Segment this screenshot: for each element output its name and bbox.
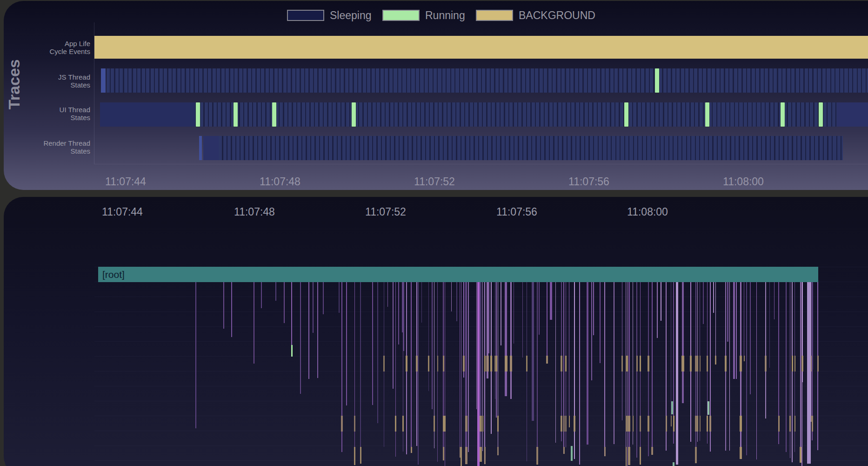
flame-background-frame[interactable] bbox=[443, 447, 445, 460]
track-ui-thread-states-seg0[interactable] bbox=[100, 102, 196, 127]
flame-background-frame[interactable] bbox=[395, 416, 396, 432]
flame-background-frame[interactable] bbox=[383, 356, 385, 371]
running-mark-ui-thread-states[interactable] bbox=[705, 102, 709, 127]
flame-background-frame[interactable] bbox=[482, 416, 484, 432]
flame-column[interactable] bbox=[539, 282, 540, 335]
flame-background-frame[interactable] bbox=[341, 416, 343, 432]
flame-column[interactable] bbox=[790, 282, 790, 458]
flame-background-frame[interactable] bbox=[695, 356, 697, 371]
flame-background-frame[interactable] bbox=[604, 447, 606, 456]
flame-column[interactable] bbox=[393, 282, 394, 389]
flame-column[interactable] bbox=[460, 282, 460, 458]
flame-background-frame[interactable] bbox=[633, 416, 634, 432]
track-ui-thread-states-seg2[interactable] bbox=[837, 102, 868, 127]
flame-background-frame[interactable] bbox=[484, 356, 486, 371]
flame-background-frame[interactable] bbox=[416, 356, 418, 371]
flame-background-frame[interactable] bbox=[563, 447, 565, 454]
flame-column[interactable] bbox=[484, 282, 485, 464]
flame-column[interactable] bbox=[555, 282, 556, 443]
flame-background-frame[interactable] bbox=[505, 356, 507, 371]
flame-column[interactable] bbox=[604, 282, 605, 456]
flame-background-frame[interactable] bbox=[486, 356, 489, 371]
flame-background-frame[interactable] bbox=[707, 356, 708, 371]
flame-column[interactable] bbox=[432, 282, 433, 409]
flame-column[interactable] bbox=[774, 282, 775, 319]
flame-background-frame[interactable] bbox=[744, 356, 745, 361]
flame-column[interactable] bbox=[317, 282, 318, 378]
flame-column[interactable] bbox=[418, 282, 419, 465]
flame-column[interactable] bbox=[532, 282, 534, 421]
flame-column[interactable] bbox=[313, 282, 314, 333]
flame-column[interactable] bbox=[593, 282, 594, 335]
flame-column[interactable] bbox=[736, 282, 737, 379]
flame-column[interactable] bbox=[626, 282, 626, 466]
flame-column[interactable] bbox=[695, 282, 696, 463]
flame-column[interactable] bbox=[792, 282, 793, 462]
flame-running-frame[interactable] bbox=[571, 446, 573, 461]
flame-column[interactable] bbox=[756, 282, 757, 459]
flame-background-frame[interactable] bbox=[640, 356, 641, 371]
flame-background-frame[interactable] bbox=[817, 356, 819, 371]
flame-column[interactable] bbox=[527, 282, 527, 461]
flame-running-frame[interactable] bbox=[673, 462, 674, 466]
flame-column[interactable] bbox=[600, 282, 601, 363]
flame-background-frame[interactable] bbox=[709, 416, 711, 432]
flame-column[interactable] bbox=[729, 282, 730, 451]
flame-background-frame[interactable] bbox=[444, 416, 446, 432]
flame-column[interactable] bbox=[727, 282, 728, 342]
flame-column[interactable] bbox=[346, 282, 347, 405]
flame-background-frame[interactable] bbox=[715, 356, 716, 365]
flamegraph-root-frame[interactable]: [root] bbox=[98, 267, 818, 282]
flame-column[interactable] bbox=[354, 282, 355, 465]
running-mark-ui-thread-states[interactable] bbox=[234, 102, 238, 127]
flame-column[interactable] bbox=[812, 282, 813, 370]
flame-column[interactable] bbox=[468, 282, 469, 452]
running-mark-ui-thread-states[interactable] bbox=[624, 102, 628, 127]
flame-background-frame[interactable] bbox=[463, 356, 465, 371]
flame-background-frame[interactable] bbox=[666, 416, 668, 432]
flame-background-frame[interactable] bbox=[700, 356, 701, 371]
flame-column[interactable] bbox=[574, 282, 575, 459]
flame-background-frame[interactable] bbox=[673, 416, 675, 432]
flame-column[interactable] bbox=[372, 282, 373, 405]
flame-column[interactable] bbox=[800, 282, 801, 463]
flame-column[interactable] bbox=[421, 282, 422, 323]
flame-background-frame[interactable] bbox=[671, 416, 672, 426]
running-mark-ui-thread-states[interactable] bbox=[196, 102, 200, 127]
running-mark-js-thread-states[interactable] bbox=[655, 68, 659, 93]
flame-column[interactable] bbox=[746, 282, 747, 455]
flame-column[interactable] bbox=[411, 282, 412, 453]
flame-running-frame[interactable] bbox=[291, 345, 293, 357]
flame-column[interactable] bbox=[733, 282, 735, 379]
flame-column[interactable] bbox=[339, 282, 340, 313]
flame-background-frame[interactable] bbox=[465, 416, 467, 432]
flame-background-frame[interactable] bbox=[640, 416, 641, 432]
flame-column[interactable] bbox=[765, 282, 766, 419]
flame-column[interactable] bbox=[501, 282, 501, 345]
flame-column[interactable] bbox=[703, 282, 704, 324]
running-mark-ui-thread-states[interactable] bbox=[352, 102, 356, 127]
flame-background-frame[interactable] bbox=[795, 416, 796, 432]
flame-column[interactable] bbox=[360, 282, 361, 464]
flame-column[interactable] bbox=[465, 282, 467, 464]
track-render-thread-states-seg0[interactable] bbox=[199, 136, 202, 160]
flame-column[interactable] bbox=[622, 282, 622, 420]
flame-background-frame[interactable] bbox=[434, 416, 435, 432]
flame-column[interactable] bbox=[195, 282, 196, 428]
flame-background-frame[interactable] bbox=[640, 447, 641, 465]
flame-background-frame[interactable] bbox=[697, 356, 698, 371]
flame-column[interactable] bbox=[652, 282, 653, 455]
flame-background-frame[interactable] bbox=[354, 416, 355, 432]
flame-column[interactable] bbox=[569, 282, 569, 427]
flame-background-frame[interactable] bbox=[690, 356, 692, 371]
flame-column[interactable] bbox=[676, 282, 678, 465]
flame-column[interactable] bbox=[547, 282, 548, 364]
running-mark-ui-thread-states[interactable] bbox=[272, 102, 276, 127]
flame-column[interactable] bbox=[769, 282, 770, 368]
flame-background-frame[interactable] bbox=[443, 356, 445, 371]
flame-background-frame[interactable] bbox=[490, 356, 492, 371]
flame-column[interactable] bbox=[510, 282, 512, 399]
flame-background-frame[interactable] bbox=[695, 447, 697, 463]
flame-background-frame[interactable] bbox=[648, 356, 649, 371]
flame-column[interactable] bbox=[480, 282, 481, 462]
